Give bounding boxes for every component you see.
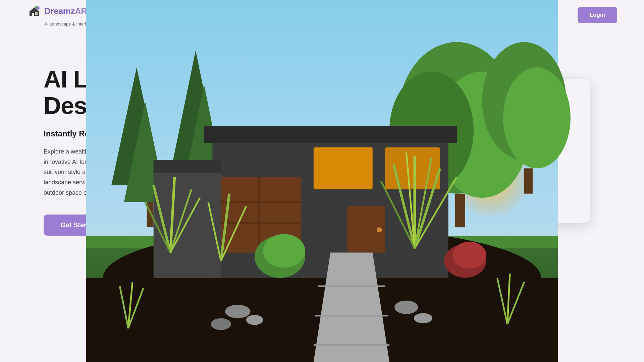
landscape-illustration: [402, 79, 590, 223]
hero-image: [402, 79, 590, 223]
svg-rect-18: [524, 168, 533, 193]
svg-rect-24: [402, 126, 457, 143]
hero-section: AI Landscape Design Instantly Redesign Y…: [0, 30, 644, 265]
svg-rect-15: [455, 194, 465, 223]
